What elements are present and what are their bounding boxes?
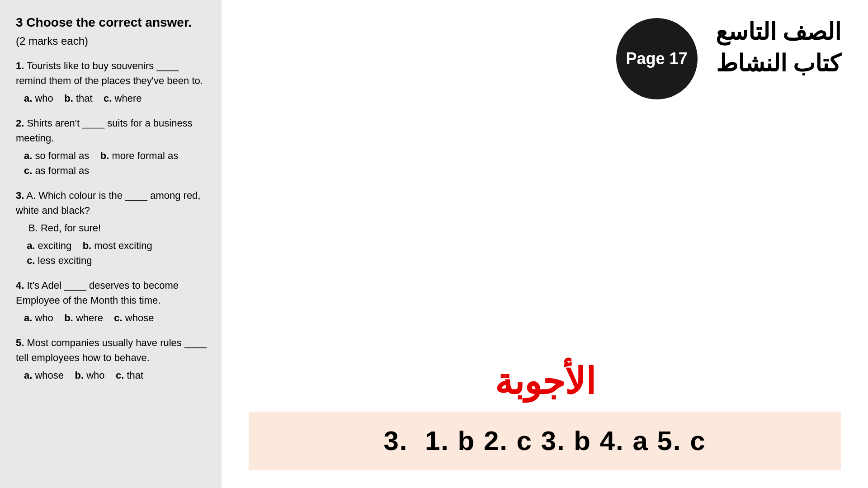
question-2-options-line1: a. so formal as b. more formal as	[16, 148, 208, 163]
answers-content: 3. 1. b 2. c 3. b 4. a 5. c	[383, 425, 706, 456]
question-2-options-line2: c. as formal as	[16, 163, 208, 178]
question-3: 3. A. Which colour is the ____ among red…	[16, 188, 208, 268]
question-5-text: 5. Most companies usually have rules ___…	[16, 335, 208, 365]
question-3-options-line1: a. exciting b. most exciting	[16, 238, 208, 253]
section-subheader: (2 marks each)	[16, 35, 208, 47]
question-4-options: a. who b. where c. whose	[16, 310, 208, 325]
question-2-text: 2. Shirts aren't ____ suits for a busine…	[16, 116, 208, 145]
arabic-title-1: الصف التاسع	[716, 18, 841, 45]
left-panel: 3 Choose the correct answer. (2 marks ea…	[0, 0, 222, 488]
question-1-text: 1. Tourists like to buy souvenirs ____ r…	[16, 58, 208, 88]
top-right: Page 17 الصف التاسع كتاب النشاط	[249, 18, 841, 99]
question-5-options: a. whose b. who c. that	[16, 368, 208, 383]
arabic-title-2: كتاب النشاط	[716, 50, 841, 77]
answers-section: الأجوبة 3. 1. b 2. c 3. b 4. a 5. c	[249, 361, 841, 470]
question-3-text-a: 3. A. Which colour is the ____ among red…	[16, 188, 208, 218]
section-title: Choose the correct answer.	[26, 15, 192, 29]
arabic-titles: الصف التاسع كتاب النشاط	[716, 18, 841, 77]
page-label: Page 17	[626, 49, 688, 68]
question-3-options-line2: c. less exciting	[16, 253, 208, 268]
answers-title: الأجوبة	[495, 361, 595, 403]
answers-box: 3. 1. b 2. c 3. b 4. a 5. c	[249, 412, 841, 470]
page-circle: Page 17	[616, 18, 698, 99]
question-1: 1. Tourists like to buy souvenirs ____ r…	[16, 58, 208, 106]
question-1-options: a. who b. that c. where	[16, 91, 208, 106]
section-number: 3	[16, 15, 23, 29]
answers-section-number: 3.	[383, 426, 408, 456]
q1-number: 1.	[16, 60, 24, 71]
question-4-text: 4. It's Adel ____ deserves to become Emp…	[16, 278, 208, 308]
question-4: 4. It's Adel ____ deserves to become Emp…	[16, 278, 208, 325]
question-3-text-b: B. Red, for sure!	[16, 221, 208, 235]
question-2: 2. Shirts aren't ____ suits for a busine…	[16, 116, 208, 178]
section-header: 3 Choose the correct answer.	[16, 14, 208, 31]
answers-values: 1. b 2. c 3. b 4. a 5. c	[425, 426, 706, 456]
question-5: 5. Most companies usually have rules ___…	[16, 335, 208, 383]
right-panel: Page 17 الصف التاسع كتاب النشاط الأجوبة …	[222, 0, 868, 488]
